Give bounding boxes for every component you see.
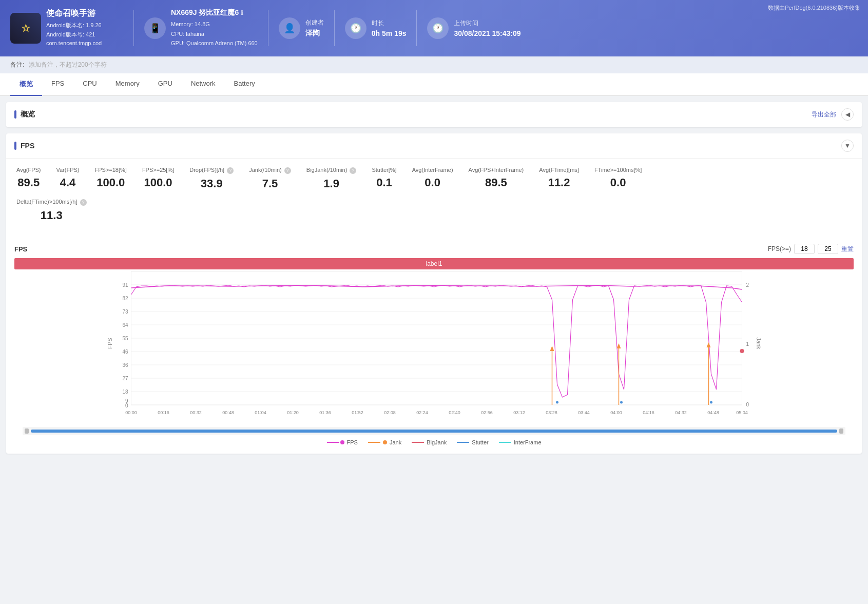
app-text: 使命召唤手游 Android版本名: 1.9.26 Android版本号: 42… [46,8,102,48]
svg-text:FPS: FPS [107,338,113,348]
notes-placeholder[interactable]: 添加备注，不超过200个字符 [29,61,107,68]
scroll-handle-right[interactable] [839,428,843,434]
stutter-dot-1 [556,401,558,404]
svg-text:18: 18 [122,389,128,395]
svg-text:02:56: 02:56 [481,410,493,415]
last-point-dot [740,349,744,353]
svg-text:04:48: 04:48 [707,410,719,415]
svg-text:00:16: 00:16 [158,410,169,415]
stutter-dot-3 [710,401,712,404]
threshold-25-input[interactable] [818,244,838,254]
app-version-name: Android版本名: 1.9.26 [46,21,102,30]
nav-tabs: 概览 FPS CPU Memory GPU Network Battery [0,73,868,96]
stat-fps-ge25: FPS>=25[%] 100.0 [142,167,174,189]
notes-bar: 备注: 添加备注，不超过200个字符 [0,56,868,73]
fps-section-title: FPS [14,142,34,150]
fps-ge-label: FPS(>=) [768,245,791,252]
fps-section-header: FPS ▼ [6,133,862,159]
svg-text:2: 2 [746,282,749,288]
svg-text:04:32: 04:32 [675,410,687,415]
svg-text:05:04: 05:04 [736,410,748,415]
svg-text:0: 0 [125,403,128,408]
duration-stat: 🕐 时长 0h 5m 19s [345,17,407,39]
tab-cpu[interactable]: CPU [73,73,106,96]
svg-text:00:00: 00:00 [125,410,137,415]
stat-ftime-ge100: FTime>=100ms[%] 0.0 [594,167,642,189]
stat-avg-fps-interframe: Avg(FPS+InterFrame) 89.5 [469,167,524,189]
device-cpu: CPU: lahaina [171,29,258,39]
app-info: ☆ 使命召唤手游 Android版本名: 1.9.26 Android版本号: … [10,8,123,48]
stat-avg-fps: Avg(FPS) 89.5 [16,167,41,189]
stutter-dot-2 [620,401,623,404]
tab-gpu[interactable]: GPU [149,73,182,96]
svg-text:36: 36 [122,362,128,368]
header-divider-4 [416,10,417,46]
fps-chart-svg[interactable]: 91 82 73 64 55 46 36 27 18 9 0 FPS 2 1 0… [14,271,854,425]
tab-battery[interactable]: Battery [225,73,264,96]
device-icon: 📱 [144,17,166,39]
stat-delta: Delta(FTime)>100ms[/h] ? 11.3 [16,199,87,222]
duration-icon: 🕐 [345,17,367,39]
svg-text:04:00: 04:00 [610,410,622,415]
reset-button[interactable]: 重置 [841,245,854,254]
svg-text:01:52: 01:52 [352,410,363,415]
stat-fps-ge18: FPS>=18[%] 100.0 [95,167,127,189]
fps-stats: Avg(FPS) 89.5 Var(FPS) 4.4 FPS>=18[%] 10… [6,159,862,239]
threshold-18-input[interactable] [794,244,815,254]
collapse-overview-button[interactable]: ◀ [841,108,854,121]
header-divider-1 [133,10,134,46]
chart-title: FPS [14,245,27,253]
legend-interframe: InterFrame [499,439,542,445]
stat-jank: Jank(/10min) ? 7.5 [249,167,291,190]
device-text: NX669J 努比亚红魔6 ℹ Memory: 14.8G CPU: lahai… [171,8,258,48]
app-icon: ☆ [10,13,41,44]
app-name: 使命召唤手游 [46,8,102,19]
svg-text:02:40: 02:40 [449,410,460,415]
fps-chart-container[interactable]: 91 82 73 64 55 46 36 27 18 9 0 FPS 2 1 0… [14,271,854,427]
overview-section: 概览 导出全部 ◀ [6,102,862,127]
svg-text:64: 64 [122,322,128,328]
upload-text: 上传时间 30/08/2021 15:43:09 [454,19,520,37]
svg-text:0: 0 [746,402,749,407]
collapse-fps-button[interactable]: ▼ [841,140,854,152]
data-source-note: 数据由PerfDog(6.0.210836)版本收集 [768,4,860,12]
device-gpu: GPU: Qualcomm Adreno (TM) 660 [171,38,258,48]
tab-memory[interactable]: Memory [106,73,149,96]
upload-icon: 🕐 [427,17,449,39]
creator-stat: 👤 创建者 泽陶 [279,17,324,39]
duration-text: 时长 0h 5m 19s [372,19,407,37]
stat-drop: Drop(FPS)[/h] ? 33.9 [189,167,234,190]
header-divider-2 [268,10,268,46]
app-package: com.tencent.tmgp.cod [46,39,102,48]
overview-section-header: 概览 导出全部 ◀ [6,102,862,127]
svg-text:00:32: 00:32 [190,410,202,415]
stat-var-fps: Var(FPS) 4.4 [56,167,79,189]
svg-text:03:28: 03:28 [546,410,557,415]
legend-stutter: Stutter [457,439,488,445]
upload-stat: 🕐 上传时间 30/08/2021 15:43:09 [427,17,520,39]
svg-text:01:36: 01:36 [319,410,331,415]
chart-legend: FPS Jank BigJank Stutter InterFrame [14,439,854,445]
scroll-handle-left[interactable] [25,428,29,434]
fps-chart-area: FPS FPS(>=) 重置 label1 [6,239,862,454]
legend-fps: FPS [327,439,358,445]
tab-overview[interactable]: 概览 [10,73,42,96]
creator-text: 创建者 泽陶 [305,18,324,38]
svg-text:02:24: 02:24 [416,410,428,415]
chart-toolbar: FPS FPS(>=) 重置 [14,244,854,254]
svg-text:27: 27 [122,376,128,381]
fps-threshold-controls: FPS(>=) 重置 [768,244,854,254]
svg-text:04:16: 04:16 [643,410,654,415]
export-button[interactable]: 导出全部 [812,110,836,119]
svg-text:01:04: 01:04 [255,410,266,415]
tab-network[interactable]: Network [182,73,225,96]
scroll-track[interactable] [31,430,837,433]
overview-section-title: 概览 [14,110,35,119]
svg-text:Jank: Jank [756,337,762,349]
header-divider-3 [334,10,335,46]
device-memory: Memory: 14.8G [171,20,258,29]
creator-icon: 👤 [279,17,300,39]
tab-fps[interactable]: FPS [42,73,73,96]
chart-scrollbar[interactable] [23,427,845,435]
svg-text:00:48: 00:48 [222,410,234,415]
